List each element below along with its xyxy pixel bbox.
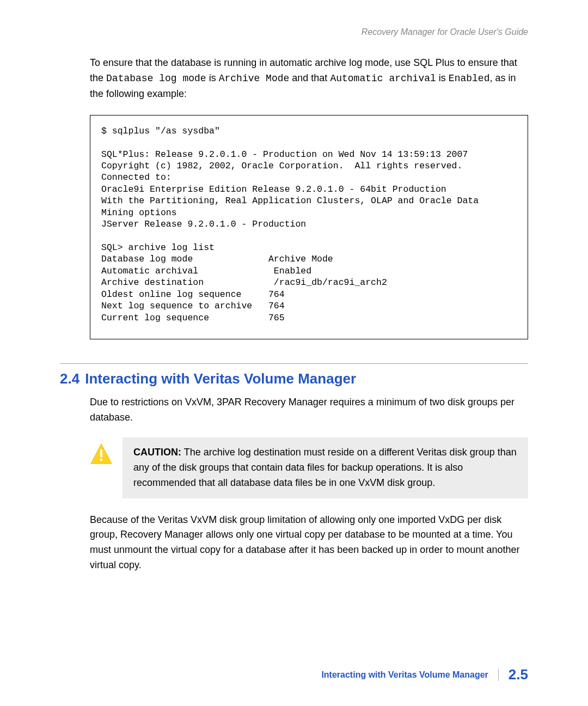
caution-block: CAUTION: The archive log destination mus… xyxy=(90,437,528,498)
intro-mid3: is xyxy=(436,72,449,83)
intro-mid2: and that xyxy=(289,72,330,83)
page: Recovery Manager for Oracle User's Guide… xyxy=(0,0,588,706)
caution-body: The archive log destination must reside … xyxy=(133,447,517,488)
intro-mid1: is xyxy=(206,72,219,83)
code-enabled: Enabled xyxy=(449,73,490,84)
code-dblogmode: Database log mode xyxy=(106,73,206,84)
section-title-text: Interacting with Veritas Volume Manager xyxy=(85,370,356,387)
code-autoarchival: Automatic archival xyxy=(330,73,436,84)
section-divider xyxy=(60,363,528,364)
section-para-1: Due to restrictions on VxVM, 3PAR Recove… xyxy=(90,395,528,425)
caution-label: CAUTION: xyxy=(133,447,181,458)
caution-text-box: CAUTION: The archive log destination mus… xyxy=(122,437,528,498)
code-archivemode: Archive Mode xyxy=(219,73,290,84)
section-number: 2.4 xyxy=(60,370,79,387)
svg-rect-2 xyxy=(100,459,102,461)
page-footer: Interacting with Veritas Volume Manager … xyxy=(321,666,528,683)
section-para-2: Because of the Veritas VxVM disk group l… xyxy=(90,513,528,574)
page-header: Recovery Manager for Oracle User's Guide xyxy=(60,27,528,37)
footer-section-title: Interacting with Veritas Volume Manager xyxy=(321,670,488,680)
section-heading: 2.4Interacting with Veritas Volume Manag… xyxy=(60,370,528,387)
footer-page-number: 2.5 xyxy=(509,666,528,683)
footer-separator xyxy=(498,669,499,681)
svg-rect-1 xyxy=(100,449,102,457)
code-block: $ sqlplus "/as sysdba" SQL*Plus: Release… xyxy=(90,115,528,339)
caution-icon xyxy=(90,443,113,468)
intro-paragraph: To ensure that the database is running i… xyxy=(90,56,528,102)
